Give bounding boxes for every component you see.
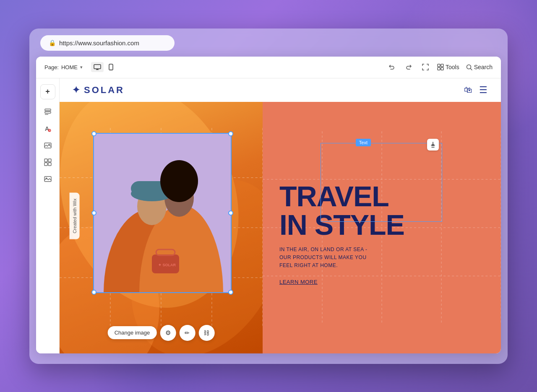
browser-window: 🔒 https://www.sourfashion.com Page: HOME… — [29, 29, 508, 364]
text-tools-icon[interactable]: A + — [40, 121, 55, 136]
pages-icon[interactable] — [40, 104, 55, 119]
svg-text:+: + — [49, 128, 51, 132]
fullscreen-button[interactable] — [420, 62, 430, 72]
svg-point-4 — [111, 69, 111, 69]
hero-image-area: ✦ SOLAR — [60, 102, 263, 353]
wix-badge: Created with Wix — [70, 192, 80, 239]
resize-handle-ml[interactable] — [91, 210, 96, 215]
svg-point-18 — [49, 144, 50, 145]
editor-body: + A + — [36, 78, 501, 353]
resize-handle-tl[interactable] — [91, 131, 96, 136]
image-edit-button[interactable]: ✏ — [179, 325, 195, 341]
site-header-right: 🛍 ☰ — [464, 85, 488, 96]
apps-icon[interactable] — [40, 155, 55, 170]
svg-rect-21 — [44, 163, 47, 166]
text-element-badge: Text — [356, 139, 371, 146]
svg-rect-20 — [48, 159, 51, 162]
link-icon: ⛓ — [203, 330, 209, 336]
device-icons — [91, 62, 116, 72]
address-bar-row: 🔒 https://www.sourfashion.com — [36, 35, 501, 51]
cart-icon[interactable]: 🛍 — [464, 85, 472, 95]
wix-badge-text: Created with Wix — [72, 198, 77, 233]
redo-button[interactable] — [404, 62, 414, 72]
svg-rect-12 — [45, 112, 51, 113]
undo-button[interactable] — [387, 62, 397, 72]
resize-handle-br[interactable] — [228, 290, 233, 295]
canvas-area[interactable]: ✦ SOLAR 🛍 ☰ — [60, 78, 501, 353]
lock-icon: 🔒 — [49, 39, 56, 46]
toolbar-left: Page: HOME ▾ — [44, 62, 116, 72]
resize-handle-tr[interactable] — [228, 131, 233, 136]
image-link-button[interactable]: ⛓ — [198, 325, 214, 341]
search-label: Search — [474, 64, 493, 70]
edit-pen-icon: ✏ — [185, 330, 190, 336]
logo-text: SOLAR — [84, 85, 125, 96]
tools-button[interactable]: Tools — [437, 64, 459, 70]
headline-line1: TRAVEL — [279, 180, 389, 212]
media-icon[interactable] — [40, 138, 55, 153]
chevron-down-icon: ▾ — [80, 65, 83, 70]
svg-line-10 — [470, 68, 472, 70]
tools-label: Tools — [446, 64, 459, 70]
site-logo: ✦ SOLAR — [72, 85, 125, 96]
page-name: HOME — [61, 64, 78, 70]
change-image-button[interactable]: Change image — [108, 326, 157, 339]
left-sidebar: + A + — [36, 78, 60, 353]
page-selector[interactable]: Page: HOME ▾ — [44, 64, 83, 70]
svg-rect-19 — [44, 159, 47, 162]
headline-line2: IN STYLE — [279, 209, 404, 241]
site-canvas: ✦ SOLAR 🛍 ☰ — [60, 78, 501, 353]
hero-subtitle: IN THE AIR, ON LAND OR AT SEA - OUR PROD… — [279, 246, 372, 270]
add-element-button[interactable]: + — [40, 84, 55, 99]
editor-window: Page: HOME ▾ — [36, 57, 501, 353]
page-label: Page: — [44, 64, 59, 70]
hero-section: ✦ SOLAR — [60, 102, 501, 353]
svg-rect-6 — [441, 64, 443, 67]
resize-handle-bl[interactable] — [91, 290, 96, 295]
image-icon[interactable] — [40, 171, 55, 187]
svg-rect-5 — [438, 64, 440, 67]
hero-text-area: Text — [263, 102, 501, 353]
text-pin-button[interactable] — [427, 139, 439, 151]
url-text: https://www.sourfashion.com — [59, 39, 139, 47]
settings-icon: ⚙ — [165, 329, 171, 337]
logo-star-icon: ✦ — [72, 85, 81, 96]
svg-rect-8 — [441, 67, 443, 70]
image-toolbar: Change image ⚙ ✏ ⛓ — [108, 325, 215, 341]
menu-icon[interactable]: ☰ — [479, 85, 488, 96]
change-image-label: Change image — [115, 330, 150, 336]
image-settings-button[interactable]: ⚙ — [160, 325, 176, 341]
hero-headline[interactable]: TRAVEL IN STYLE — [279, 182, 484, 239]
search-button[interactable]: Search — [466, 64, 493, 70]
desktop-view-button[interactable] — [91, 62, 104, 72]
site-header: ✦ SOLAR 🛍 ☰ — [60, 78, 501, 102]
svg-rect-22 — [48, 163, 51, 166]
svg-rect-0 — [94, 65, 101, 69]
hero-learn-more-link[interactable]: LEARN MORE — [279, 279, 318, 285]
toolbar-right: Tools Search — [387, 62, 493, 72]
mobile-view-button[interactable] — [106, 62, 116, 72]
image-selection-box — [93, 133, 232, 293]
editor-toolbar: Page: HOME ▾ — [36, 57, 501, 78]
address-bar[interactable]: 🔒 https://www.sourfashion.com — [40, 35, 175, 51]
resize-handle-mr[interactable] — [228, 210, 233, 215]
svg-rect-7 — [438, 67, 440, 70]
svg-rect-11 — [45, 109, 51, 111]
